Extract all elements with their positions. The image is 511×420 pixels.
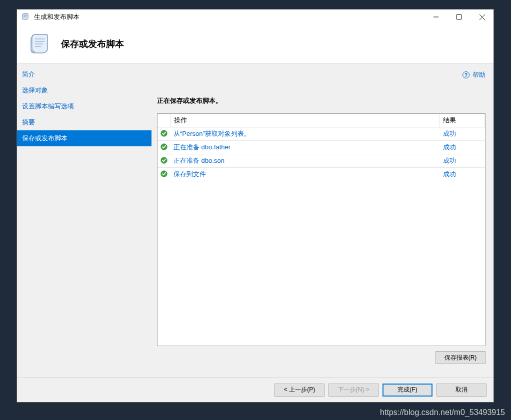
progress-table: 操作 结果 从“Person”获取对象列表。成功正在准备 dbo.father成…	[157, 113, 486, 346]
result-cell[interactable]: 成功	[440, 154, 485, 168]
sidebar-item-summary[interactable]: 摘要	[17, 114, 152, 130]
sidebar: 简介 选择对象 设置脚本编写选项 摘要 保存或发布脚本	[17, 63, 152, 377]
col-operation: 操作	[170, 114, 440, 127]
save-report-button[interactable]: 保存报表(R)	[436, 351, 486, 364]
cancel-button[interactable]: 取消	[436, 384, 486, 397]
window-title: 生成和发布脚本	[34, 12, 424, 21]
help-label: 帮助	[472, 70, 486, 79]
status-text: 正在保存或发布脚本。	[157, 96, 486, 105]
next-button[interactable]: 下一步(N) >	[328, 384, 378, 397]
minimize-button[interactable]	[424, 9, 448, 24]
page-title: 保存或发布脚本	[61, 38, 124, 50]
previous-button[interactable]: < 上一步(P)	[274, 384, 324, 397]
body: 简介 选择对象 设置脚本编写选项 摘要 保存或发布脚本 ? 帮助 正在保存或发布…	[17, 63, 494, 377]
table-row: 正在准备 dbo.son成功	[158, 154, 485, 168]
success-icon	[158, 127, 170, 141]
svg-rect-1	[457, 15, 462, 19]
result-cell[interactable]: 成功	[440, 141, 485, 154]
table-row: 正在准备 dbo.father成功	[158, 141, 485, 154]
table-row: 保存到文件成功	[158, 168, 485, 181]
footer: < 上一步(P) 下一步(N) > 完成(F) 取消	[17, 377, 494, 402]
result-cell[interactable]: 成功	[440, 127, 485, 141]
titlebar: 生成和发布脚本	[17, 9, 494, 24]
header: 保存或发布脚本	[17, 24, 494, 63]
sidebar-item-select-objects[interactable]: 选择对象	[17, 82, 152, 98]
wizard-window: 生成和发布脚本 保存或发布脚本 简介 选择对象	[16, 9, 494, 403]
operation-cell[interactable]: 正在准备 dbo.father	[170, 141, 440, 154]
col-icon	[158, 114, 170, 127]
main-panel: ? 帮助 正在保存或发布脚本。 操作 结果 从“Person”获取对象列表。成功…	[152, 63, 494, 377]
success-icon	[158, 168, 170, 181]
success-icon	[158, 141, 170, 154]
script-icon	[27, 32, 51, 56]
operation-cell[interactable]: 保存到文件	[170, 168, 440, 181]
sidebar-item-set-options[interactable]: 设置脚本编写选项	[17, 98, 152, 114]
finish-button[interactable]: 完成(F)	[382, 384, 432, 397]
operation-cell[interactable]: 从“Person”获取对象列表。	[170, 127, 440, 141]
success-icon	[158, 154, 170, 168]
result-cell[interactable]: 成功	[440, 168, 485, 181]
operation-cell[interactable]: 正在准备 dbo.son	[170, 154, 440, 168]
sidebar-item-save-publish[interactable]: 保存或发布脚本	[17, 130, 152, 146]
window-controls	[424, 9, 494, 24]
sidebar-item-intro[interactable]: 简介	[17, 66, 152, 82]
table-row: 从“Person”获取对象列表。成功	[158, 127, 485, 141]
help-icon: ?	[462, 71, 470, 78]
col-result: 结果	[440, 114, 485, 127]
watermark: https://blog.csdn.net/m0_53493915	[380, 408, 505, 417]
app-icon	[21, 12, 30, 21]
help-link[interactable]: ? 帮助	[157, 68, 486, 86]
maximize-button[interactable]	[448, 9, 470, 24]
close-button[interactable]	[470, 9, 494, 24]
